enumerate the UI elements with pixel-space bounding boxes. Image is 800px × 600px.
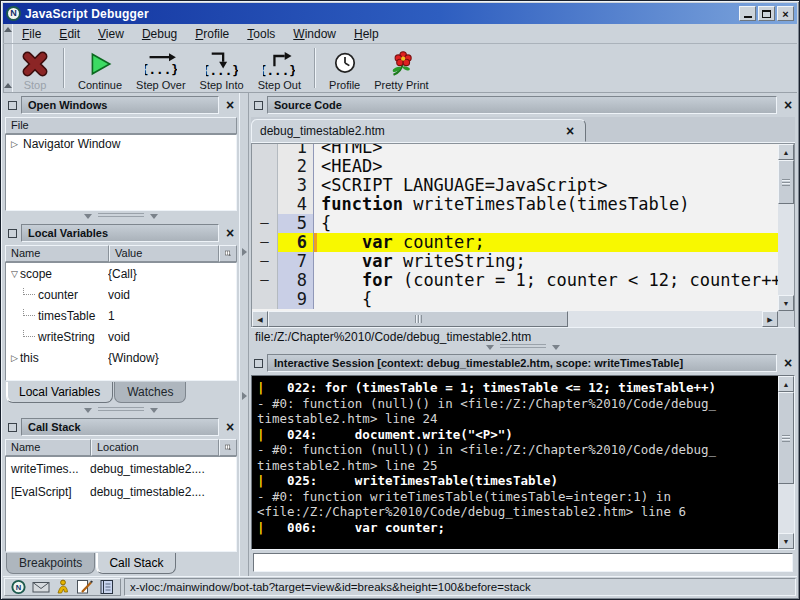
close-icon[interactable]: ×: [781, 356, 795, 370]
navigator-icon[interactable]: N: [10, 579, 27, 595]
source-line[interactable]: –7 var writeString;: [252, 252, 778, 271]
source-vertical-scrollbar[interactable]: ▲ ▼: [778, 144, 794, 311]
float-panel-icon[interactable]: [8, 229, 17, 238]
breakpoint-margin[interactable]: –: [252, 214, 278, 233]
column-header-name[interactable]: Name: [5, 245, 109, 262]
horizontal-splitter[interactable]: [3, 405, 239, 415]
float-panel-icon[interactable]: [254, 101, 263, 110]
expander-icon[interactable]: ▷: [9, 353, 20, 363]
close-icon[interactable]: ×: [563, 124, 577, 138]
console-scrollbar[interactable]: ▲ ▼: [778, 376, 794, 549]
step-out-button[interactable]: {...} Step Out: [251, 44, 308, 92]
vertical-splitter[interactable]: [239, 93, 249, 576]
list-item[interactable]: ▷ Navigator Window: [6, 135, 236, 153]
session-input[interactable]: [253, 553, 793, 572]
scroll-up-button[interactable]: ▲: [778, 144, 794, 160]
continue-button[interactable]: Continue: [71, 44, 129, 92]
close-icon[interactable]: ×: [223, 226, 237, 240]
tab-local-variables[interactable]: Local Variables: [6, 382, 113, 403]
step-over-button[interactable]: {...} Step Over: [129, 44, 193, 92]
close-icon[interactable]: ×: [781, 98, 795, 112]
close-button[interactable]: ×: [777, 6, 794, 21]
source-line[interactable]: 2<HEAD>: [252, 157, 778, 176]
scrollbar-track[interactable]: [778, 204, 794, 295]
panel-title[interactable]: Local Variables: [21, 224, 219, 242]
source-line[interactable]: –5{: [252, 214, 778, 233]
breakpoint-margin[interactable]: [252, 290, 278, 309]
source-line[interactable]: 9 {: [252, 290, 778, 309]
menu-window[interactable]: Window: [284, 25, 345, 43]
menu-file[interactable]: File: [13, 25, 50, 43]
menu-edit[interactable]: Edit: [50, 25, 89, 43]
variable-row-writestring[interactable]: writeString void: [6, 326, 236, 347]
scrollbar-thumb[interactable]: [778, 392, 794, 484]
source-line-current[interactable]: –6 var counter;: [252, 233, 778, 252]
close-icon[interactable]: ×: [223, 98, 237, 112]
source-horizontal-scrollbar[interactable]: ◀ ▶: [252, 311, 778, 327]
toolbar-grippy[interactable]: [3, 44, 13, 92]
menu-tools[interactable]: Tools: [238, 25, 284, 43]
profile-button[interactable]: Profile: [322, 44, 367, 92]
scrollbar-thumb[interactable]: [268, 311, 568, 327]
panel-title[interactable]: Call Stack: [21, 418, 219, 436]
breakpoint-margin[interactable]: [252, 144, 278, 157]
messenger-icon[interactable]: [55, 579, 70, 595]
menu-debug[interactable]: Debug: [133, 25, 186, 43]
menu-view[interactable]: View: [89, 25, 133, 43]
address-book-icon[interactable]: [98, 579, 115, 595]
scroll-left-button[interactable]: ◀: [252, 311, 268, 327]
menu-profile[interactable]: Profile: [186, 25, 238, 43]
column-header-location[interactable]: Location: [91, 439, 219, 456]
expander-icon[interactable]: ▽: [9, 269, 20, 279]
composer-icon[interactable]: [75, 579, 93, 595]
horizontal-splitter[interactable]: [3, 211, 239, 221]
column-picker-button[interactable]: [219, 245, 237, 262]
menu-help[interactable]: Help: [345, 25, 388, 43]
source-line[interactable]: 4function writeTimesTable(timesTable): [252, 195, 778, 214]
column-picker-button[interactable]: [219, 439, 237, 456]
variable-row-counter[interactable]: counter void: [6, 284, 236, 305]
scrollbar-thumb[interactable]: [778, 160, 794, 204]
variable-row-timestable[interactable]: timesTable 1: [6, 305, 236, 326]
expander-icon[interactable]: ▷: [9, 139, 20, 149]
panel-title[interactable]: Interactive Session [context: debug_time…: [267, 354, 777, 372]
breakpoint-margin[interactable]: [252, 157, 278, 176]
breakpoint-margin[interactable]: –: [252, 233, 278, 252]
minimize-button[interactable]: [739, 6, 756, 21]
tab-watches[interactable]: Watches: [114, 382, 186, 403]
tab-call-stack[interactable]: Call Stack: [96, 553, 176, 574]
panel-title[interactable]: Source Code: [267, 96, 777, 114]
source-line[interactable]: 3<SCRIPT LANGUAGE=JavaScript>: [252, 176, 778, 195]
maximize-button[interactable]: [758, 6, 775, 21]
scrollbar-track[interactable]: [568, 311, 762, 327]
column-header-file[interactable]: File: [5, 117, 237, 134]
breakpoint-margin[interactable]: –: [252, 271, 278, 290]
stack-frame-row[interactable]: writeTimes... debug_timestable2....: [6, 457, 236, 480]
breakpoint-margin[interactable]: –: [252, 252, 278, 271]
breakpoint-margin[interactable]: [252, 195, 278, 214]
scroll-up-button[interactable]: ▲: [778, 376, 794, 392]
scroll-down-button[interactable]: ▼: [778, 295, 794, 311]
variable-row-this[interactable]: ▷this {Window}: [6, 347, 236, 368]
scroll-down-button[interactable]: ▼: [778, 533, 794, 549]
float-panel-icon[interactable]: [8, 423, 17, 432]
float-panel-icon[interactable]: [8, 101, 17, 110]
close-icon[interactable]: ×: [223, 420, 237, 434]
source-line[interactable]: 1<HTML>: [252, 144, 778, 157]
tab-breakpoints[interactable]: Breakpoints: [6, 553, 95, 574]
breakpoint-margin[interactable]: [252, 176, 278, 195]
menubar-grippy[interactable]: [3, 24, 13, 43]
variable-row-scope[interactable]: ▽scope {Call}: [6, 263, 236, 284]
source-line[interactable]: –8 for (counter = 1; counter < 12; count…: [252, 271, 778, 290]
stop-button[interactable]: Stop: [13, 44, 57, 92]
tab-debug-timestable2[interactable]: debug_timestable2.htm ×: [251, 119, 586, 142]
step-into-button[interactable]: {...} Step Into: [193, 44, 251, 92]
scrollbar-track[interactable]: [778, 484, 794, 533]
panel-title[interactable]: Open Windows: [21, 96, 219, 114]
float-panel-icon[interactable]: [254, 359, 263, 368]
pretty-print-button[interactable]: Pretty Print: [367, 44, 435, 92]
stack-frame-row[interactable]: [EvalScript] debug_timestable2....: [6, 480, 236, 503]
horizontal-splitter[interactable]: [249, 343, 797, 351]
column-header-name[interactable]: Name: [5, 439, 91, 456]
scroll-right-button[interactable]: ▶: [762, 311, 778, 327]
